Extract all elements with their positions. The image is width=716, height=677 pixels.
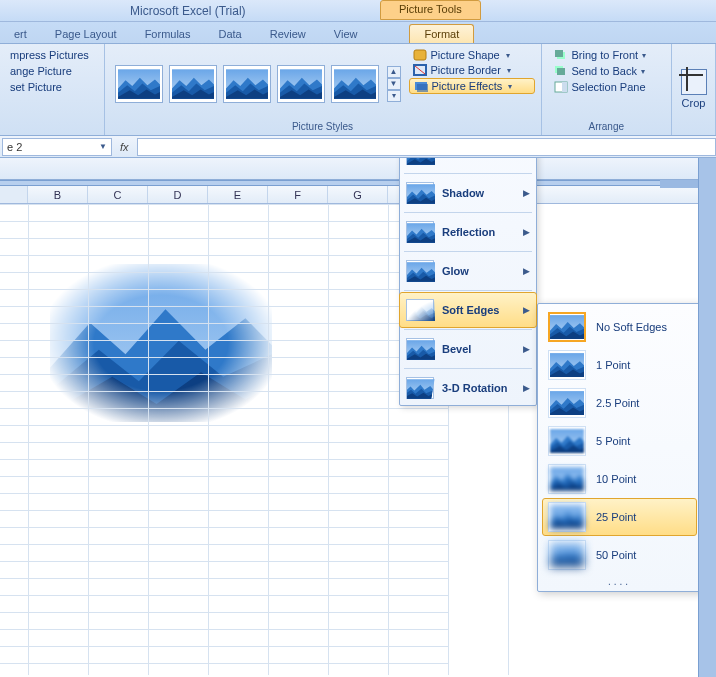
tab-formulas[interactable]: Formulas [131,25,205,43]
crop-label[interactable]: Crop [682,97,706,109]
size-group-label [676,132,711,133]
tab-format[interactable]: Format [409,24,474,43]
horizontal-split-bar[interactable] [0,180,698,186]
col-e[interactable]: E [208,186,268,203]
svg-rect-7 [555,50,563,57]
soft-edge-none-icon [548,312,586,342]
effects-3d-rotation-item[interactable]: 3-D Rotation ▶ [400,371,536,405]
col-d[interactable]: D [148,186,208,203]
send-to-back-button[interactable]: Send to Back ▾ [550,64,663,78]
soft-edge-1pt-item[interactable]: 1 Point [542,346,697,384]
menu-separator [404,290,532,291]
compress-pictures-button[interactable]: mpress Pictures [8,48,96,62]
soft-edge-none-item[interactable]: No Soft Edges [542,308,697,346]
soft-edges-label: Soft Edges [442,304,515,316]
tab-data[interactable]: Data [204,25,255,43]
soft-edge-25pt-label: 25 Point [596,511,636,523]
style-thumb-1[interactable] [115,65,163,103]
submenu-arrow-icon: ▶ [523,158,530,159]
reflection-label: Reflection [442,226,515,238]
tab-review[interactable]: Review [256,25,320,43]
bring-to-front-label: Bring to Front [572,49,639,61]
name-box[interactable]: e 2 ▼ [2,138,112,156]
tab-view[interactable]: View [320,25,372,43]
crop-icon[interactable] [681,69,707,95]
menu-separator [404,251,532,252]
group-adjust-label [4,132,100,133]
select-all-corner[interactable] [0,186,28,203]
soft-edge-25pt-item[interactable]: 25 Point [542,498,697,536]
picture-shape-button[interactable]: Picture Shape ▾ [409,48,535,62]
gallery-up-icon[interactable]: ▲ [387,66,401,78]
soft-edges-thumb-icon [406,299,434,321]
reflection-thumb-icon [406,221,434,243]
style-thumb-3[interactable] [223,65,271,103]
svg-rect-9 [557,68,565,75]
picture-border-label: Picture Border [431,64,501,76]
shape-icon [413,49,427,61]
menu-separator [404,368,532,369]
picture-styles-gallery[interactable]: ▲ ▼ ▾ [109,46,407,121]
submenu-arrow-icon: ▶ [523,188,530,198]
style-thumb-2[interactable] [169,65,217,103]
submenu-arrow-icon: ▶ [523,344,530,354]
group-arrange: Bring to Front ▾ Send to Back ▾ Selectio… [542,44,672,135]
soft-edge-50pt-icon [548,540,586,570]
bring-to-front-button[interactable]: Bring to Front ▾ [550,48,663,62]
ribbon-tabs: ert Page Layout Formulas Data Review Vie… [0,22,716,44]
soft-edge-5pt-item[interactable]: 5 Point [542,422,697,460]
shadow-label: Shadow [442,187,515,199]
effects-preset-item[interactable]: Preset ▶ [400,158,536,171]
col-g[interactable]: G [328,186,388,203]
worksheet-area: B C D E F G H /*placeholder*/ Preset [0,158,716,677]
preset-thumb-icon [406,158,434,165]
style-thumb-5[interactable] [331,65,379,103]
tab-page-layout[interactable]: Page Layout [41,25,131,43]
reset-picture-button[interactable]: set Picture [8,80,96,94]
rotation-thumb-icon [406,377,434,399]
app-title: Microsoft Excel (Trial) [130,4,246,18]
gallery-down-icon[interactable]: ▼ [387,78,401,90]
preset-label: Preset [442,158,515,160]
glow-label: Glow [442,265,515,277]
gallery-scroll: ▲ ▼ ▾ [387,66,401,102]
fx-icon[interactable]: fx [120,141,129,153]
style-thumb-4[interactable] [277,65,325,103]
soft-edge-2-5pt-label: 2.5 Point [596,397,639,409]
picture-shape-label: Picture Shape [431,49,500,61]
selection-pane-button[interactable]: Selection Pane [550,80,663,94]
change-picture-button[interactable]: ange Picture [8,64,96,78]
effects-glow-item[interactable]: Glow ▶ [400,254,536,288]
picture-effects-label: Picture Effects [432,80,503,92]
vertical-scrollbar[interactable] [698,158,716,677]
effects-icon [414,80,428,92]
gallery-more-icon[interactable]: ▾ [387,90,401,102]
picture-tools-label: Picture Tools [380,0,481,20]
effects-shadow-item[interactable]: Shadow ▶ [400,176,536,210]
formula-input[interactable] [137,138,716,156]
effects-soft-edges-item[interactable]: Soft Edges ▶ [399,292,537,328]
svg-rect-5 [417,84,428,92]
picture-effects-button[interactable]: Picture Effects ▾ [409,78,535,94]
col-c[interactable]: C [88,186,148,203]
soft-edge-2-5pt-item[interactable]: 2.5 Point [542,384,697,422]
chevron-down-icon: ▾ [506,51,510,60]
soft-edge-10pt-item[interactable]: 10 Point [542,460,697,498]
ribbon: mpress Pictures ange Picture set Picture… [0,44,716,136]
soft-edge-50pt-item[interactable]: 50 Point [542,536,697,574]
effects-reflection-item[interactable]: Reflection ▶ [400,215,536,249]
col-b[interactable]: B [28,186,88,203]
picture-border-button[interactable]: Picture Border ▾ [409,63,535,77]
name-box-dropdown-icon[interactable]: ▼ [99,142,107,151]
formula-bar: e 2 ▼ fx [0,136,716,158]
selection-pane-icon [554,81,568,93]
menu-separator [404,329,532,330]
submenu-arrow-icon: ▶ [523,383,530,393]
tab-insert[interactable]: ert [0,25,41,43]
bevel-label: Bevel [442,343,515,355]
group-adjust: mpress Pictures ange Picture set Picture [0,44,105,135]
effects-bevel-item[interactable]: Bevel ▶ [400,332,536,366]
col-f[interactable]: F [268,186,328,203]
soft-edge-more[interactable]: .... [542,574,697,587]
inserted-picture[interactable] [50,264,272,422]
